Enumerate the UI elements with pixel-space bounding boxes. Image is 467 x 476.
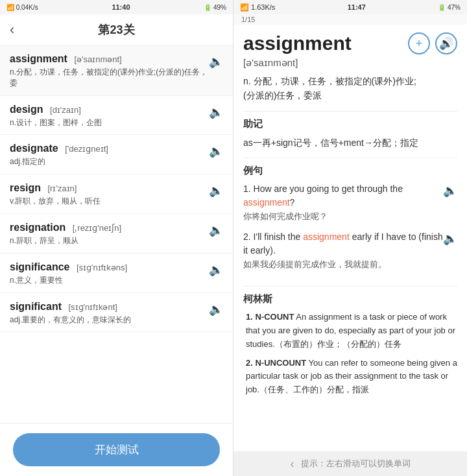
example-zh-1: 你将如何完成作业呢？: [243, 211, 443, 222]
start-btn-container: 开始测试: [0, 423, 233, 476]
word-sound-icon[interactable]: 🔈: [209, 144, 223, 158]
word-item-content: assignment [ə'saɪnmənt] n.分配，功课，任务，被指定的(…: [10, 53, 209, 89]
right-status-bar: 📶 1.63K/s 11:47 🔋 47%: [234, 0, 467, 14]
mnemonic-title: 助记: [243, 118, 457, 130]
right-content: assignment + 🔊 [ə'saɪnmənt] n. 分配，功课，任务，…: [234, 25, 467, 451]
example-row-1: 1. How are you going to get through the …: [243, 182, 457, 222]
example-row-2: 2. I'll finish the assignment early if I…: [243, 230, 457, 270]
mnemonic-text: as一再+sign记号，信号+ment→分配；指定: [243, 136, 457, 158]
collins-1-label: 1. N-COUNT: [246, 312, 294, 322]
example-text-1: 1. How are you going to get through the …: [243, 182, 443, 222]
word-header: assignment + 🔊: [243, 25, 457, 57]
hint-text: 提示：左右滑动可以切换单词: [301, 458, 411, 470]
word-item-def: adj.重要的，有意义的，意味深长的: [10, 315, 209, 326]
word-item-content: resignation [ˌrezɪɡ'neɪʃn] n.辞职，辞呈，顺从: [10, 222, 209, 246]
word-list-item[interactable]: resign [rɪ'zaɪn] v.辞职，放弃，顺从，听任 🔈: [0, 174, 233, 214]
collins-section: 柯林斯 1. N-COUNT An assignment is a task o…: [243, 293, 457, 397]
bottom-hint: ‹ 提示：左右滑动可以切换单词: [234, 451, 467, 476]
left-battery: 🔋 49%: [204, 4, 226, 11]
word-list-item[interactable]: significance [sɪɡ'nɪfɪkəns] n.意义，重要性 🔈: [0, 254, 233, 293]
main-definition: n. 分配，功课，任务，被指定的(课外)作业; (分派的)任务，委派: [243, 74, 457, 112]
word-item-content: significant [sɪɡ'nɪfɪkənt] adj.重要的，有意义的，…: [10, 301, 209, 326]
example-2-before: 2. I'll finish the: [243, 232, 303, 242]
lesson-title: 第23关: [98, 22, 134, 38]
word-item-word: resignation [ˌrezɪɡ'neɪʃn]: [10, 222, 209, 233]
left-time: 11:40: [112, 3, 130, 11]
word-list-item[interactable]: assignment [ə'saɪnmənt] n.分配，功课，任务，被指定的(…: [0, 45, 233, 96]
example-zh-2: 如果我必须提前完成作业，我就提前。: [243, 259, 443, 270]
example-en-2: 2. I'll finish the assignment early if I…: [243, 230, 443, 257]
page-indicator: 1/15: [234, 14, 467, 25]
example-en-1: 1. How are you going to get through the …: [243, 182, 443, 209]
right-battery: 🔋 47%: [438, 4, 461, 11]
word-item-word: significance [sɪɡ'nɪfɪkəns]: [10, 261, 209, 273]
word-item-word: design [dɪ'zaɪn]: [10, 104, 209, 115]
word-actions: + 🔊: [408, 32, 457, 54]
word-item-word: resign [rɪ'zaɪn]: [10, 182, 209, 194]
word-sound-icon[interactable]: 🔈: [209, 184, 223, 198]
word-item-content: design [dɪ'zaɪn] n.设计，图案，图样，企图: [10, 104, 209, 128]
word-item-content: designate ['dezɪɡneɪt] adj.指定的: [10, 143, 209, 167]
back-button[interactable]: ‹: [10, 21, 14, 38]
left-status-bar: 📶 0.04K/s 11:40 🔋 49%: [0, 0, 233, 14]
example-1-sound[interactable]: 🔈: [443, 184, 457, 198]
right-panel: 📶 1.63K/s 11:47 🔋 47% 1/15 assignment + …: [234, 0, 467, 476]
word-sound-icon[interactable]: 🔈: [209, 54, 223, 69]
collins-item-2: 2. N-UNCOUNT You can refer to someone be…: [243, 357, 457, 397]
word-sound-icon[interactable]: 🔈: [209, 263, 223, 277]
right-status-left: 📶 1.63K/s: [240, 3, 275, 12]
sound-button[interactable]: 🔊: [435, 32, 457, 54]
example-1-highlight: assignment: [243, 197, 290, 208]
collins-title: 柯林斯: [243, 293, 457, 305]
word-sound-icon[interactable]: 🔈: [209, 302, 223, 316]
word-item-content: significance [sɪɡ'nɪfɪkəns] n.意义，重要性: [10, 261, 209, 286]
example-item-1: 1. How are you going to get through the …: [243, 182, 457, 222]
example-text-2: 2. I'll finish the assignment early if I…: [243, 230, 443, 270]
collins-2-label: 2. N-UNCOUNT: [246, 358, 306, 368]
word-item-def: adj.指定的: [10, 156, 209, 167]
word-item-def: n.意义，重要性: [10, 275, 209, 286]
word-sound-icon[interactable]: 🔈: [209, 223, 223, 237]
example-2-highlight: assignment: [303, 232, 350, 242]
example-item-2: 2. I'll finish the assignment early if I…: [243, 230, 457, 270]
left-panel: 📶 0.04K/s 11:40 🔋 49% ‹ 第23关 assignment …: [0, 0, 234, 476]
examples-title: 例句: [243, 165, 457, 177]
main-word: assignment: [243, 32, 352, 54]
word-list: assignment [ə'saɪnmənt] n.分配，功课，任务，被指定的(…: [0, 45, 233, 423]
main-phonetic: [ə'saɪnmənt]: [243, 57, 457, 69]
right-signal: 📶 1.63K/s: [240, 3, 275, 12]
examples-section: 1. How are you going to get through the …: [243, 182, 457, 287]
word-item-word: significant [sɪɡ'nɪfɪkənt]: [10, 301, 209, 313]
example-2-sound[interactable]: 🔈: [443, 232, 457, 246]
word-item-word: designate ['dezɪɡneɪt]: [10, 143, 209, 154]
word-item-word: assignment [ə'saɪnmənt]: [10, 53, 209, 65]
word-item-content: resign [rɪ'zaɪn] v.辞职，放弃，顺从，听任: [10, 182, 209, 207]
word-list-item[interactable]: design [dɪ'zaɪn] n.设计，图案，图样，企图 🔈: [0, 96, 233, 136]
start-test-button[interactable]: 开始测试: [13, 433, 220, 466]
word-item-def: n.分配，功课，任务，被指定的(课外)作业;(分派的)任务，委: [10, 67, 209, 89]
right-time: 11:47: [348, 3, 366, 11]
hint-arrow-icon: ‹: [291, 457, 294, 471]
word-item-def: n.辞职，辞呈，顺从: [10, 235, 209, 246]
add-word-button[interactable]: +: [408, 32, 430, 54]
word-list-item[interactable]: designate ['dezɪɡneɪt] adj.指定的 🔈: [0, 135, 233, 174]
word-list-item[interactable]: resignation [ˌrezɪɡ'neɪʃn] n.辞职，辞呈，顺从 🔈: [0, 214, 233, 254]
word-list-item[interactable]: significant [sɪɡ'nɪfɪkənt] adj.重要的，有意义的，…: [0, 293, 233, 333]
left-signal: 📶 0.04K/s: [6, 4, 38, 11]
collins-item-1: 1. N-COUNT An assignment is a task or pi…: [243, 311, 457, 351]
example-1-after: ?: [290, 197, 295, 208]
word-sound-icon[interactable]: 🔈: [209, 105, 223, 119]
left-header: ‹ 第23关: [0, 14, 233, 45]
example-1-before: 1. How are you going to get through the: [243, 184, 403, 194]
word-item-def: n.设计，图案，图样，企图: [10, 117, 209, 128]
word-item-def: v.辞职，放弃，顺从，听任: [10, 196, 209, 207]
